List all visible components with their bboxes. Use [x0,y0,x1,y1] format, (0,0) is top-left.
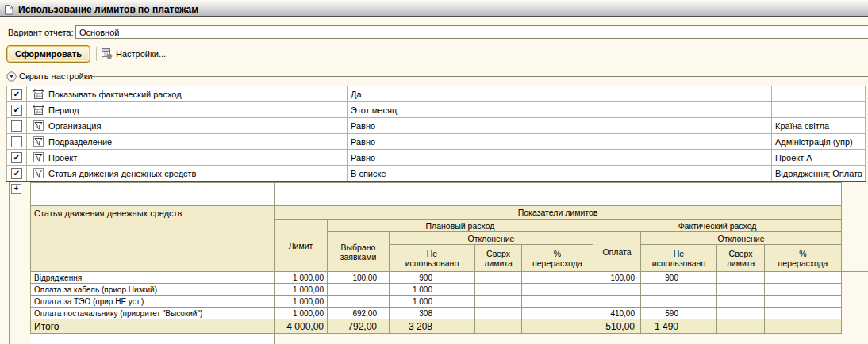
column-header-over-limit-plan: Сверх лимита [475,245,522,272]
expand-button[interactable]: + [11,184,21,194]
parameter-icon [33,88,44,100]
filter-row[interactable]: ✔ Проект Равно Проект А [7,150,866,166]
collapse-settings-toggle-icon[interactable] [6,71,17,81]
filter-label: Подразделение [48,137,112,147]
filter-value[interactable]: Проект А [772,150,866,166]
filter-icon [33,120,44,132]
checkbox[interactable]: ✔ [11,168,22,179]
generate-button[interactable]: Сформировать [6,45,90,63]
toolbar-separator [96,47,97,61]
settings-button-label: Настройки... [116,49,166,59]
filter-label: Статья движения денежных средств [48,169,196,178]
column-header-actual-expense: Фактический расход [593,220,842,232]
parameter-icon [33,104,44,116]
table-row: Оплата постачальнику (приоритет "Высокий… [31,308,842,319]
table-row: Оплата за ТЭО (прир.НЕ уст.) 1 000,00 1 … [31,296,842,308]
spacer-row [31,183,842,206]
settings-grid-gear-icon [101,48,113,61]
filter-value[interactable]: Адміністрація (упр) [772,134,866,150]
checkbox[interactable]: ✔ [11,152,22,163]
filter-settings-table: ✔ Показывать фактический расход Да ✔ Пер… [6,86,866,182]
table-row: Відрядження 1 000,00 100,00 900 100,00 9… [31,272,842,284]
column-header-limit: Лимит [275,220,328,272]
column-header-not-used-fact: Не использовано [641,245,717,272]
column-header-cashflow-item: Статья движения денежных средств [31,206,275,272]
filter-label: Период [48,105,79,115]
column-header-payment: Оплата [593,232,641,272]
filter-row[interactable]: Подразделение Равно Адміністрація (упр) [7,134,866,150]
filter-label: Показывать фактический расход [48,90,182,99]
filter-label: Проект [48,153,77,162]
column-divider [274,334,275,344]
limits-report-table: Статья движения денежных средств Показат… [30,182,842,334]
filter-value[interactable] [772,86,866,102]
column-header-not-used-plan: Не использовано [390,245,475,272]
report-window: Использование лимитов по платежам Вариан… [0,0,868,344]
column-header-planned-expense: Плановый расход [328,220,593,232]
header-bottom-line [841,271,868,272]
filter-row[interactable]: Организация Равно Країна світла [7,118,866,134]
column-header-deviation-fact: Отклонение [641,232,842,245]
filter-condition[interactable]: Да [348,86,772,102]
filter-condition[interactable]: Равно [348,118,772,134]
filter-row[interactable]: ✔ Статья движения денежных средств В спи… [7,166,866,182]
filter-condition[interactable]: Равно [348,134,772,150]
window-titlebar: Использование лимитов по платежам [0,2,868,17]
header-row: Статья движения денежных средств Показат… [31,206,842,220]
filter-row[interactable]: ✔ Показывать фактический расход Да [7,86,866,102]
table-row: Оплата за кабель (приор.Низкий) 1 000,00… [31,284,842,296]
column-header-over-limit-fact: Сверх лимита [717,245,765,272]
column-header-deviation-plan: Отклонение [390,232,593,245]
checkbox[interactable]: ✔ [11,89,22,100]
checkbox[interactable] [11,136,22,147]
column-header-overrun-pct-fact: % перерасхода [765,245,842,272]
filter-row[interactable]: ✔ Период Этот месяц [7,102,866,118]
filter-condition[interactable]: Равно [348,150,772,166]
report-variant-input[interactable] [75,25,868,39]
filter-condition[interactable]: Этот месяц [348,102,772,118]
filter-value[interactable]: Країна світла [772,118,866,134]
settings-divider [86,76,868,77]
filter-icon [33,136,44,147]
checkbox[interactable]: ✔ [11,105,22,116]
settings-button[interactable]: Настройки... [101,47,166,61]
document-icon [4,4,13,15]
column-header-limit-indicators: Показатели лимитов [275,206,842,220]
grouping-strip: + [9,182,31,344]
column-header-overrun-pct-plan: % перерасхода [522,245,593,272]
filter-label: Организация [48,121,101,131]
report-variant-label: Вариант отчета: [8,28,74,37]
filter-icon [33,151,44,163]
column-header-selected-by-requests: Выбрано заявками [328,232,390,272]
total-row: Итого 4 000,00 792,00 3 208 510,00 1 490 [31,319,842,334]
filter-value[interactable]: Відрядження; Оплата [772,166,866,182]
filter-value[interactable] [772,102,866,118]
empty-row [31,334,274,344]
filter-icon [33,167,44,179]
checkbox[interactable] [11,120,22,132]
hide-settings-label[interactable]: Скрыть настройки [19,71,93,81]
window-title: Использование лимитов по платежам [18,4,198,15]
filter-condition[interactable]: В списке [348,166,772,182]
